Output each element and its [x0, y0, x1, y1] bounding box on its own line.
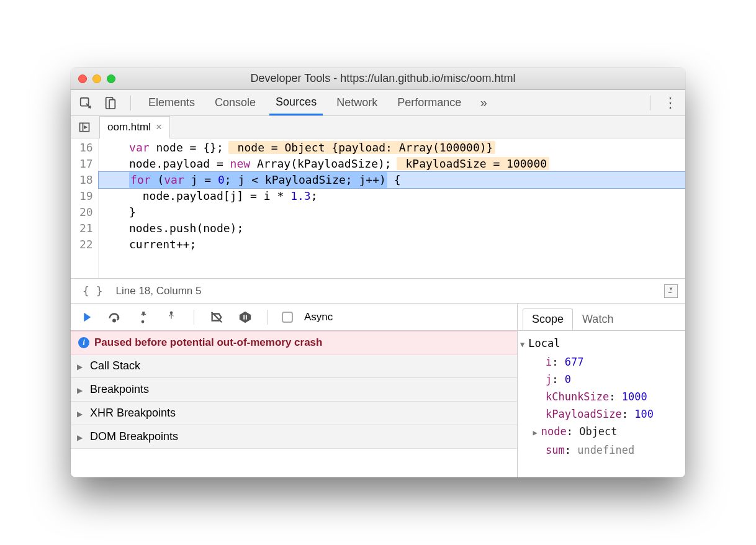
- scope-watch-tabs: Scope Watch: [518, 304, 685, 331]
- code-editor[interactable]: 16 17 18 19 20 21 22 var node = {}; node…: [71, 138, 685, 279]
- tab-sources[interactable]: Sources: [269, 91, 323, 115]
- line-number: 20: [79, 204, 93, 220]
- line-number: 21: [79, 220, 93, 236]
- line-number: 16: [79, 140, 93, 156]
- line-number: 17: [79, 156, 93, 172]
- step-over-button[interactable]: [106, 309, 123, 326]
- code-line: node.payload[j] = i * 1.3;: [99, 188, 685, 204]
- code-line: current++;: [99, 236, 685, 253]
- async-checkbox[interactable]: [282, 312, 293, 323]
- code-line: }: [99, 204, 685, 220]
- scope-var[interactable]: i: 677: [520, 353, 683, 371]
- cursor-position: Line 18, Column 5: [116, 285, 202, 297]
- tab-console[interactable]: Console: [209, 91, 262, 114]
- editor-status-bar: { } Line 18, Column 5 ▼━: [71, 279, 685, 304]
- titlebar: Developer Tools - https://ulan.github.io…: [71, 68, 685, 90]
- tab-performance[interactable]: Performance: [391, 91, 467, 114]
- overflow-tabs-icon[interactable]: »: [475, 94, 492, 112]
- deactivate-breakpoints-button[interactable]: [208, 309, 225, 326]
- panel-tabbar: Elements Console Sources Network Perform…: [71, 90, 685, 116]
- svg-point-5: [142, 320, 145, 323]
- step-into-button[interactable]: [134, 309, 151, 326]
- device-toolbar-icon[interactable]: [102, 94, 119, 112]
- pause-banner: i Paused before potential out-of-memory …: [71, 331, 517, 354]
- line-number: 18: [79, 172, 93, 188]
- inline-hint: node = Object {payload: Array(100000)}: [228, 141, 496, 154]
- step-out-button[interactable]: [163, 309, 180, 326]
- line-gutter: 16 17 18 19 20 21 22: [71, 138, 99, 278]
- tab-elements[interactable]: Elements: [142, 91, 201, 114]
- code-lines: var node = {}; node = Object {payload: A…: [99, 138, 685, 278]
- debugger-left-pane: Async i Paused before potential out-of-m…: [71, 304, 518, 477]
- pause-message: Paused before potential out-of-memory cr…: [94, 336, 322, 349]
- close-window-button[interactable]: [78, 74, 87, 83]
- minimize-window-button[interactable]: [92, 74, 101, 83]
- section-dom-breakpoints[interactable]: DOM Breakpoints: [71, 425, 517, 449]
- file-tabbar: oom.html ×: [71, 116, 685, 138]
- code-line: node.payload = new Array(kPayloadSize); …: [99, 156, 685, 172]
- scope-var[interactable]: kPayloadSize: 100: [520, 405, 683, 423]
- tab-scope[interactable]: Scope: [523, 309, 573, 330]
- tab-network[interactable]: Network: [330, 91, 384, 114]
- debugger-right-pane: Scope Watch Local i: 677 j: 0 kChunkSize…: [518, 304, 685, 477]
- code-line-current: for (var j = 0; j < kPayloadSize; j++) {: [99, 172, 685, 188]
- code-line: var node = {}; node = Object {payload: A…: [99, 140, 685, 156]
- file-tab[interactable]: oom.html ×: [99, 116, 170, 138]
- scope-var[interactable]: node: Object: [520, 423, 683, 441]
- debugger-panel: Async i Paused before potential out-of-m…: [71, 304, 685, 477]
- svg-rect-7: [243, 315, 245, 319]
- separator: [130, 96, 131, 110]
- section-breakpoints[interactable]: Breakpoints: [71, 378, 517, 402]
- inspect-element-icon[interactable]: [77, 94, 94, 112]
- close-file-icon[interactable]: ×: [156, 121, 162, 133]
- section-xhr-breakpoints[interactable]: XHR Breakpoints: [71, 402, 517, 425]
- async-label: Async: [304, 311, 333, 323]
- execution-highlight: for (var j = 0; j < kPayloadSize; j++): [129, 172, 387, 188]
- svg-point-6: [170, 311, 173, 314]
- navigator-toggle-icon[interactable]: [76, 119, 93, 136]
- separator: [650, 96, 650, 110]
- code-line: nodes.push(node);: [99, 220, 685, 236]
- line-number: 19: [79, 188, 93, 204]
- maximize-window-button[interactable]: [107, 74, 115, 83]
- separator: [194, 310, 194, 325]
- scope-var[interactable]: sum: undefined: [520, 441, 683, 459]
- devtools-window: Developer Tools - https://ulan.github.io…: [71, 68, 685, 477]
- info-icon: i: [78, 337, 89, 348]
- svg-rect-8: [246, 315, 247, 319]
- debugger-toolbar: Async: [71, 304, 517, 331]
- collapse-panel-icon[interactable]: ▼━: [664, 284, 678, 298]
- pretty-print-button[interactable]: { }: [78, 282, 107, 299]
- pause-on-exceptions-button[interactable]: [236, 309, 254, 326]
- line-number: 22: [79, 236, 93, 253]
- more-options-icon[interactable]: ⋮: [662, 94, 679, 112]
- svg-rect-2: [109, 99, 115, 109]
- resume-button[interactable]: [77, 309, 94, 326]
- svg-point-4: [113, 319, 115, 322]
- separator: [268, 310, 268, 325]
- inline-hint: kPayloadSize = 100000: [397, 157, 549, 170]
- window-controls: [78, 74, 115, 83]
- scope-var[interactable]: kChunkSize: 1000: [520, 388, 683, 405]
- window-title: Developer Tools - https://ulan.github.io…: [125, 72, 641, 85]
- scope-var[interactable]: j: 0: [520, 371, 683, 388]
- tab-watch[interactable]: Watch: [573, 309, 623, 330]
- scope-variables[interactable]: Local i: 677 j: 0 kChunkSize: 1000 kPayl…: [518, 331, 685, 477]
- scope-section-local[interactable]: Local: [520, 335, 683, 353]
- section-call-stack[interactable]: Call Stack: [71, 354, 517, 378]
- file-tab-name: oom.html: [107, 121, 151, 133]
